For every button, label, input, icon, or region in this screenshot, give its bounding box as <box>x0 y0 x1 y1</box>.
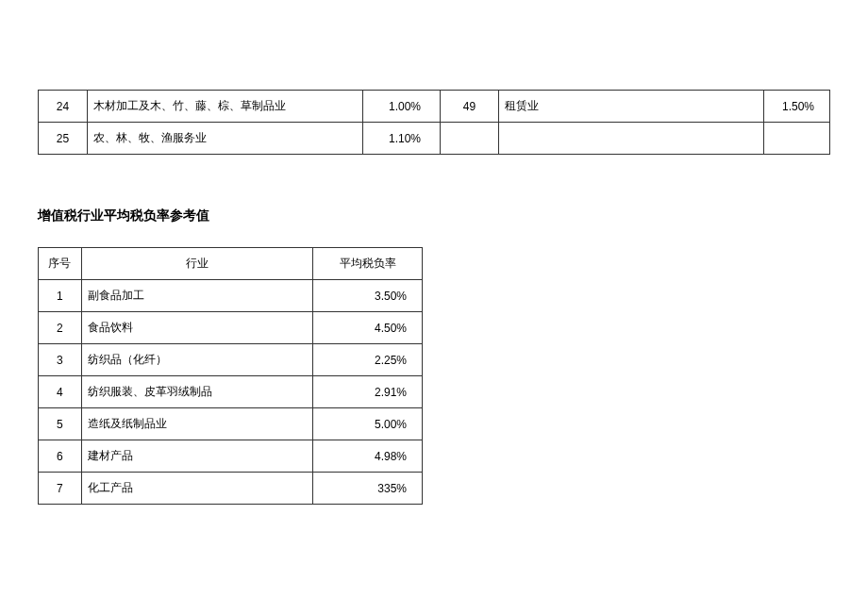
cell-rate: 2.91% <box>313 376 423 408</box>
cell-industry: 纺织服装、皮革羽绒制品 <box>81 376 312 408</box>
cell-no: 5 <box>39 408 82 440</box>
table-row: 6建材产品4.98% <box>39 440 423 473</box>
col-header-no: 序号 <box>39 248 82 280</box>
cell-no: 2 <box>39 312 82 344</box>
table-row: 5造纸及纸制品业5.00% <box>39 408 423 440</box>
cell-industry: 副食品加工 <box>81 280 312 312</box>
table-row: 1副食品加工3.50% <box>39 280 423 312</box>
cell-industry: 纺织品（化纤） <box>81 344 312 376</box>
table-row: 7化工产品335% <box>39 473 423 505</box>
cell-left-name: 木材加工及木、竹、藤、棕、草制品业 <box>88 91 363 123</box>
cell-industry: 食品饮料 <box>81 312 312 344</box>
cell-left-name: 农、林、牧、渔服务业 <box>88 123 363 155</box>
cell-no: 1 <box>39 280 82 312</box>
section-title: 增值税行业平均税负率参考值 <box>38 207 830 224</box>
cell-left-val: 1.00% <box>363 91 441 123</box>
cell-rate: 2.25% <box>313 344 423 376</box>
cell-right-val <box>764 123 830 155</box>
cell-industry: 化工产品 <box>81 473 312 505</box>
cell-rate: 3.50% <box>313 280 423 312</box>
cell-rate: 4.50% <box>313 312 423 344</box>
cell-right-no: 49 <box>441 91 499 123</box>
table-row: 3纺织品（化纤）2.25% <box>39 344 423 376</box>
cell-no: 7 <box>39 473 82 505</box>
cell-rate: 335% <box>313 473 423 505</box>
cell-industry: 造纸及纸制品业 <box>81 408 312 440</box>
cell-no: 4 <box>39 376 82 408</box>
table-row: 4纺织服装、皮革羽绒制品2.91% <box>39 376 423 408</box>
table-row: 25农、林、牧、渔服务业1.10% <box>39 123 830 155</box>
cell-right-no <box>441 123 499 155</box>
cell-left-val: 1.10% <box>363 123 441 155</box>
cell-no: 3 <box>39 344 82 376</box>
cell-right-name: 租赁业 <box>499 91 764 123</box>
cell-right-val: 1.50% <box>764 91 830 123</box>
vat-industry-table: 序号 行业 平均税负率 1副食品加工3.50%2食品饮料4.50%3纺织品（化纤… <box>38 247 423 505</box>
top-industry-table: 24木材加工及木、竹、藤、棕、草制品业1.00%49租赁业1.50%25农、林、… <box>38 90 830 155</box>
table-row: 2食品饮料4.50% <box>39 312 423 344</box>
cell-left-no: 24 <box>39 91 88 123</box>
cell-industry: 建材产品 <box>81 440 312 473</box>
col-header-rate: 平均税负率 <box>313 248 423 280</box>
cell-left-no: 25 <box>39 123 88 155</box>
col-header-industry: 行业 <box>81 248 312 280</box>
cell-rate: 5.00% <box>313 408 423 440</box>
cell-rate: 4.98% <box>313 440 423 473</box>
cell-no: 6 <box>39 440 82 473</box>
table-row: 24木材加工及木、竹、藤、棕、草制品业1.00%49租赁业1.50% <box>39 91 830 123</box>
cell-right-name <box>499 123 764 155</box>
